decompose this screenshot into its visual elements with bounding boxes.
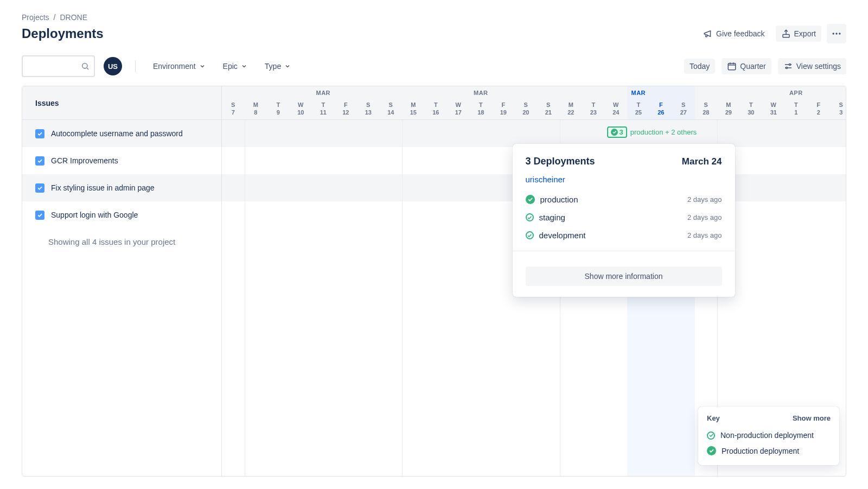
day-column: S27 bbox=[672, 86, 695, 119]
popover-assignee-link[interactable]: urischeiner bbox=[526, 175, 722, 184]
check-circle-outline-icon bbox=[707, 431, 715, 440]
svg-rect-0 bbox=[783, 35, 789, 37]
range-button[interactable]: Quarter bbox=[722, 58, 771, 74]
deployments-popover: 3 Deployments March 24 urischeiner produ… bbox=[513, 144, 735, 297]
day-column: S20 bbox=[515, 86, 538, 119]
breadcrumb-projects[interactable]: Projects bbox=[22, 13, 49, 22]
issue-title: Fix styling issue in admin page bbox=[51, 183, 155, 192]
breadcrumb-separator: / bbox=[54, 13, 56, 22]
toolbar: US Environment Epic Type Today Quarter bbox=[22, 55, 846, 77]
day-column: T16 bbox=[425, 86, 448, 119]
export-icon bbox=[781, 29, 791, 39]
pill-label: production + 2 others bbox=[630, 128, 697, 136]
give-feedback-label: Give feedback bbox=[716, 29, 765, 38]
key-item: Non-production deployment bbox=[707, 428, 831, 443]
day-column: F19 bbox=[492, 86, 515, 119]
svg-point-1 bbox=[833, 33, 834, 34]
day-column: F26 bbox=[650, 86, 673, 119]
search-icon bbox=[81, 62, 90, 71]
env-time: 2 days ago bbox=[687, 213, 722, 221]
more-actions-button[interactable] bbox=[827, 24, 846, 43]
week-label: APR bbox=[789, 90, 803, 96]
issue-title: GCR Improvements bbox=[51, 156, 118, 165]
env-time: 2 days ago bbox=[687, 231, 722, 239]
key-item-label: Non-production deployment bbox=[720, 431, 814, 440]
view-settings-label: View settings bbox=[796, 62, 841, 71]
svg-point-7 bbox=[786, 67, 787, 69]
issues-footer: Showing all 4 issues in your project bbox=[22, 228, 221, 255]
popover-date: March 24 bbox=[682, 156, 722, 167]
check-circle-filled-icon bbox=[526, 195, 535, 204]
issue-row[interactable]: GCR Improvements bbox=[22, 147, 221, 174]
filter-environment[interactable]: Environment bbox=[149, 59, 210, 74]
calendar-icon bbox=[727, 61, 737, 71]
week-divider bbox=[245, 120, 245, 476]
env-name: production bbox=[540, 195, 578, 204]
filter-label: Environment bbox=[153, 62, 196, 71]
popover-env-row: staging 2 days ago bbox=[526, 208, 722, 226]
view-settings-button[interactable]: View settings bbox=[778, 58, 846, 74]
date-header: S7MARM8T9W10T11F12S13S14MARM15T16W17T18F… bbox=[222, 86, 846, 120]
filter-type[interactable]: Type bbox=[260, 59, 295, 74]
check-circle-outline-icon bbox=[526, 231, 534, 239]
popover-env-row: production 2 days ago bbox=[526, 190, 722, 208]
export-button[interactable]: Export bbox=[776, 26, 821, 42]
day-column: M29 bbox=[717, 86, 740, 119]
day-column: W10 bbox=[290, 86, 312, 119]
chevron-down-icon bbox=[241, 63, 247, 69]
env-name: development bbox=[539, 231, 586, 240]
avatar[interactable]: US bbox=[104, 57, 122, 75]
search-input[interactable] bbox=[27, 62, 81, 71]
deployment-pill[interactable]: 3 production + 2 others bbox=[607, 126, 697, 138]
chevron-down-icon bbox=[199, 63, 206, 69]
filter-label: Type bbox=[265, 62, 281, 71]
day-column: W31 bbox=[762, 86, 785, 119]
day-column: T9 bbox=[267, 86, 290, 119]
breadcrumb: Projects / DRONE bbox=[22, 13, 846, 22]
day-column: S7 bbox=[222, 86, 245, 119]
check-circle-filled-icon bbox=[707, 446, 716, 455]
give-feedback-button[interactable]: Give feedback bbox=[698, 26, 770, 42]
breadcrumb-project[interactable]: DRONE bbox=[60, 13, 87, 22]
popover-env-row: development 2 days ago bbox=[526, 226, 722, 244]
show-more-info-button[interactable]: Show more information bbox=[526, 266, 722, 286]
day-column: S28 bbox=[695, 86, 718, 119]
issue-row[interactable]: Support login with Google bbox=[22, 201, 221, 228]
key-title: Key bbox=[707, 414, 720, 422]
export-label: Export bbox=[794, 29, 816, 38]
day-column: M8 bbox=[245, 86, 267, 119]
week-label: MAR bbox=[474, 90, 488, 96]
issue-row[interactable]: Autocomplete username and password bbox=[22, 120, 221, 147]
more-horizontal-icon bbox=[831, 28, 842, 39]
day-column: T23 bbox=[582, 86, 605, 119]
day-column: F12 bbox=[335, 86, 358, 119]
week-label: MAR bbox=[316, 90, 330, 96]
issue-type-task-icon bbox=[35, 211, 44, 220]
issue-title: Support login with Google bbox=[51, 211, 138, 219]
check-circle-outline-icon bbox=[526, 213, 534, 221]
timeline: Issues Autocomplete username and passwor… bbox=[22, 86, 846, 477]
popover-title: 3 Deployments bbox=[526, 156, 595, 167]
issue-type-task-icon bbox=[35, 129, 44, 138]
svg-point-4 bbox=[82, 63, 87, 68]
week-divider bbox=[402, 120, 403, 476]
key-legend: Key Show more Non-production deploymentP… bbox=[698, 407, 839, 465]
day-column: S14 bbox=[380, 86, 403, 119]
chevron-down-icon bbox=[284, 63, 291, 69]
svg-point-6 bbox=[789, 64, 790, 66]
filter-label: Epic bbox=[223, 62, 238, 71]
issue-type-task-icon bbox=[35, 183, 44, 193]
check-circle-filled-icon bbox=[611, 129, 618, 136]
today-button[interactable]: Today bbox=[684, 59, 715, 74]
issue-row[interactable]: Fix styling issue in admin page bbox=[22, 174, 221, 201]
divider bbox=[135, 60, 136, 72]
day-column: W24 bbox=[605, 86, 628, 119]
day-column: S21 bbox=[537, 86, 560, 119]
search-box[interactable] bbox=[22, 55, 95, 77]
env-name: staging bbox=[539, 213, 565, 222]
day-column: F2 bbox=[807, 86, 830, 119]
filter-epic[interactable]: Epic bbox=[219, 59, 252, 74]
week-label: MAR bbox=[631, 90, 646, 96]
key-show-more[interactable]: Show more bbox=[793, 414, 831, 422]
day-column: S13 bbox=[357, 86, 380, 119]
